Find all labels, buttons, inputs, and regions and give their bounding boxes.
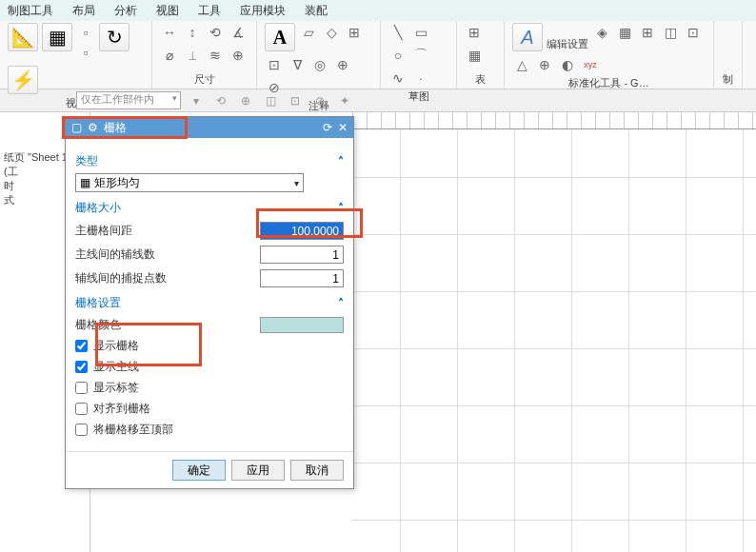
grid-type-select[interactable]: ▦矩形均匀 — [75, 173, 304, 192]
snap-to-grid-checkbox[interactable]: 对齐到栅格 — [75, 401, 344, 417]
base-view-icon[interactable]: ▦ — [42, 23, 72, 51]
ribbon-label-make: 制 — [722, 70, 734, 87]
dim-icon-4[interactable]: ∡ — [229, 23, 248, 42]
show-major-input[interactable] — [75, 361, 88, 373]
menu-drawing-tools[interactable]: 制图工具 — [8, 3, 53, 19]
std-icon-7[interactable]: ⊕ — [535, 55, 554, 74]
std-icon-4[interactable]: ◫ — [661, 23, 680, 42]
cancel-button[interactable]: 取消 — [290, 460, 344, 481]
grid-on-top-input[interactable] — [75, 424, 88, 436]
cb-icon-3[interactable]: ⊕ — [236, 92, 255, 109]
edit-settings-icon[interactable]: A — [512, 23, 543, 51]
update-view-icon[interactable]: ↻ — [99, 23, 129, 51]
ribbon-group-make: 制 — [714, 21, 743, 89]
section-type-label: 类型 — [75, 153, 98, 169]
close-icon[interactable]: ✕ — [338, 121, 348, 134]
show-major-label: 显示主线 — [93, 359, 139, 375]
ribbon-group-dimension: ↔ ↕ ⟲ ∡ ⌀ ⟂ ≋ ⊕ 尺寸 — [152, 21, 257, 89]
sketch-wave-icon[interactable]: ∿ — [388, 69, 408, 88]
sketch-arc-icon[interactable]: ⌒ — [411, 46, 430, 65]
cb-icon-7[interactable]: ✦ — [335, 92, 354, 109]
dim-icon-1[interactable]: ↔ — [160, 23, 179, 42]
ribbon-small-2[interactable]: ▫ — [76, 43, 95, 62]
ann-icon-3[interactable]: ⊞ — [345, 23, 364, 42]
chevron-up-icon: ˄ — [338, 297, 344, 310]
std-icon-8[interactable]: ◐ — [558, 55, 577, 74]
dim-icon-5[interactable]: ⌀ — [160, 46, 179, 65]
minor-lines-label: 主线间的辅线数 — [75, 246, 155, 263]
menu-assembly[interactable]: 装配 — [305, 3, 328, 19]
apply-button[interactable]: 应用 — [231, 460, 285, 481]
note-icon[interactable]: A — [265, 23, 295, 51]
section-size-header[interactable]: 栅格大小 ˄ — [75, 200, 344, 216]
edit-settings-label: 编辑设置 — [547, 37, 588, 51]
minor-lines-input[interactable] — [260, 246, 344, 264]
dim-icon-8[interactable]: ⊕ — [229, 46, 248, 65]
show-grid-checkbox[interactable]: 显示栅格 — [75, 338, 344, 354]
grid-type-icon: ▦ — [80, 176, 90, 189]
chevron-up-icon: ˄ — [338, 202, 344, 215]
cb-icon-5[interactable]: ⊡ — [286, 92, 305, 109]
sketch-line-icon[interactable]: ╲ — [388, 23, 408, 42]
dim-icon-6[interactable]: ⟂ — [183, 46, 202, 65]
cb-icon-2[interactable]: ⟲ — [211, 92, 230, 109]
std-icon-3[interactable]: ⊞ — [638, 23, 657, 42]
menu-app-module[interactable]: 应用模块 — [240, 3, 286, 19]
std-icon-2[interactable]: ▦ — [615, 23, 634, 42]
snap-to-grid-input[interactable] — [75, 403, 88, 415]
show-major-checkbox[interactable]: 显示主线 — [75, 359, 344, 375]
ribbon-group-annotation: A ▱ ◇ ⊞ ⊡ ∇ ◎ ⊕ ⊘ 注释 — [257, 21, 381, 89]
std-icon-1[interactable]: ◈ — [592, 23, 611, 42]
grid-color-swatch[interactable] — [260, 317, 344, 333]
grid-type-value: 矩形均匀 — [94, 175, 140, 191]
ok-button[interactable]: 确定 — [172, 460, 226, 481]
chevron-up-icon: ˄ — [338, 155, 344, 168]
ann-icon-6[interactable]: ◎ — [310, 55, 329, 74]
dim-icon-2[interactable]: ↕ — [183, 23, 202, 42]
show-labels-label: 显示标签 — [93, 380, 139, 396]
drawing-canvas[interactable] — [352, 129, 756, 552]
show-labels-input[interactable] — [75, 382, 88, 394]
cb-icon-4[interactable]: ◫ — [261, 92, 280, 109]
std-icon-xyz[interactable]: xyz — [581, 55, 600, 74]
std-icon-6[interactable]: △ — [512, 55, 531, 74]
menu-tools[interactable]: 工具 — [198, 3, 221, 19]
table-icon-1[interactable]: ⊞ — [465, 23, 484, 42]
scope-combo[interactable]: 仅在工作部件内 — [76, 91, 181, 109]
sketch-rect-icon[interactable]: ▭ — [411, 23, 430, 42]
dialog-titlebar[interactable]: ▢ ⚙ 栅格 ⟳ ✕ — [66, 117, 353, 138]
wizard-icon[interactable]: 📐 — [8, 23, 38, 51]
ann-icon-4[interactable]: ⊡ — [265, 55, 284, 74]
menu-view[interactable]: 视图 — [156, 3, 179, 19]
section-settings-header[interactable]: 栅格设置 ˄ — [75, 295, 344, 311]
gear-icon: ⚙ — [88, 121, 98, 134]
sketch-circle-icon[interactable]: ○ — [388, 46, 408, 65]
show-grid-input[interactable] — [75, 340, 88, 352]
major-spacing-input[interactable] — [260, 222, 344, 240]
snap-points-input[interactable] — [260, 269, 344, 287]
ann-icon-2[interactable]: ◇ — [322, 23, 341, 42]
major-spacing-label: 主栅格间距 — [75, 223, 132, 239]
ann-icon-5[interactable]: ∇ — [288, 55, 307, 74]
table-icon-2[interactable]: ▦ — [465, 46, 484, 65]
quick-icon[interactable]: ⚡ — [8, 66, 38, 94]
ribbon-group-view: 📐 ▦ ▫ ▫ ↻ ⚡ 视图 — [0, 21, 152, 89]
section-type-header[interactable]: 类型 ˄ — [75, 153, 344, 169]
ann-icon-1[interactable]: ▱ — [299, 23, 318, 42]
snap-to-grid-label: 对齐到栅格 — [93, 401, 150, 417]
marker-icon: ▢ — [71, 121, 82, 134]
sketch-point-icon[interactable]: · — [411, 69, 430, 88]
menu-analysis[interactable]: 分析 — [114, 3, 137, 19]
dim-icon-7[interactable]: ≋ — [206, 46, 225, 65]
show-labels-checkbox[interactable]: 显示标签 — [75, 380, 344, 396]
ruler-horizontal[interactable] — [352, 112, 756, 129]
cb-icon-6[interactable]: ⊘ — [310, 92, 329, 109]
menu-layout[interactable]: 布局 — [72, 3, 95, 19]
dim-icon-3[interactable]: ⟲ — [206, 23, 225, 42]
ribbon-small-1[interactable]: ▫ — [76, 23, 95, 42]
std-icon-5[interactable]: ⊡ — [684, 23, 703, 42]
grid-on-top-checkbox[interactable]: 将栅格移至顶部 — [75, 422, 344, 438]
cb-icon-1[interactable]: ▾ — [187, 92, 206, 109]
refresh-icon[interactable]: ⟳ — [323, 121, 332, 134]
ann-icon-7[interactable]: ⊕ — [333, 55, 352, 74]
